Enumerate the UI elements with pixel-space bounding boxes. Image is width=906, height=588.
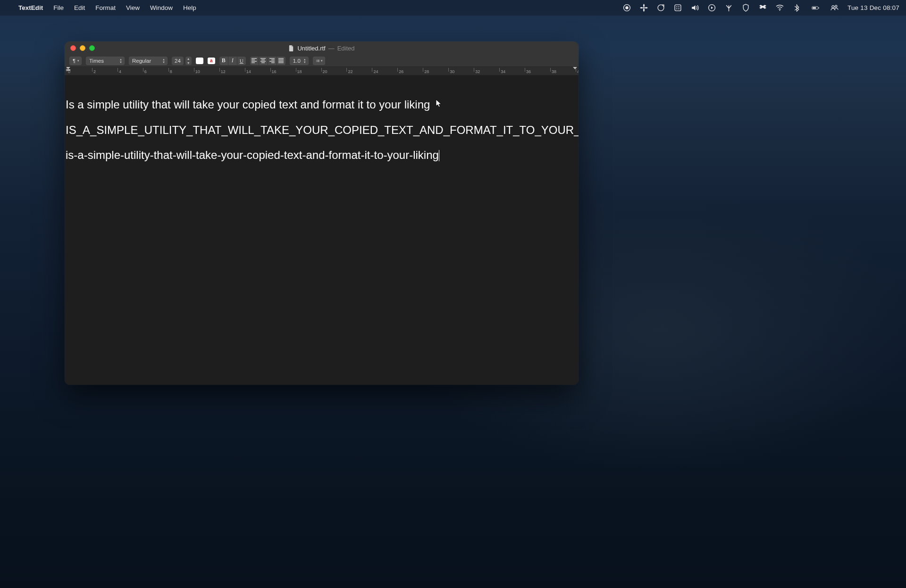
list-icon [316,58,319,63]
document-filename: Untitled.rtf [297,45,325,52]
stepper-chevrons-icon [303,58,306,64]
document-status: Edited [337,45,355,52]
svg-point-8 [679,8,680,9]
menu-format[interactable]: Format [90,4,121,11]
record-icon[interactable] [623,4,631,12]
svg-rect-4 [675,5,681,11]
align-left-button[interactable] [250,57,259,65]
wifi-icon[interactable] [776,4,784,12]
svg-point-16 [316,59,317,60]
italic-button[interactable]: I [228,57,237,65]
app-menu[interactable]: TextEdit [13,4,48,11]
svg-point-3 [658,5,664,11]
text-style-group: B I U [219,57,246,65]
svg-point-6 [679,6,680,7]
text-color-swatch[interactable] [196,58,203,64]
right-indent-marker[interactable] [573,67,577,72]
font-size-control: 24 ▲▼ [172,57,192,65]
system-menubar: TextEdit File Edit Format View Window He… [0,0,906,16]
volume-icon[interactable] [691,4,699,12]
highlight-color-swatch[interactable] [208,58,215,64]
user-switch-icon[interactable] [830,4,839,12]
font-family-select[interactable]: Times [86,57,125,65]
window-traffic-lights [70,45,95,51]
document-area[interactable]: Is a simple utility that will take your … [65,75,579,385]
stepper-chevrons-icon [162,58,165,64]
textedit-window: Untitled.rtf — Edited ¶ ▾ Times Regular … [65,41,579,385]
document-line[interactable]: Is a simple utility that will take your … [66,98,578,111]
shield-icon[interactable] [742,4,750,12]
svg-point-17 [316,60,317,61]
font-family-value: Times [89,58,104,64]
font-weight-select[interactable]: Regular [129,57,168,65]
grid-icon[interactable] [674,4,682,12]
fan-icon[interactable] [640,4,648,12]
underline-button[interactable]: U [237,57,246,65]
menu-window[interactable]: Window [145,4,178,11]
chevron-down-icon: ▾ [321,59,323,63]
document-ruler[interactable]: 0246810121416182022242628303234363840 [65,67,579,75]
window-titlebar[interactable]: Untitled.rtf — Edited [65,41,579,55]
list-style-select[interactable]: ▾ [313,57,325,65]
title-separator: — [328,45,335,52]
svg-point-7 [677,8,678,9]
align-center-button[interactable] [259,57,268,65]
menubar-left: TextEdit File Edit Format View Window He… [7,4,201,11]
line-spacing-value: 1.0 [293,58,301,64]
svg-point-1 [626,6,629,9]
font-size-stepper[interactable]: ▲▼ [185,57,192,65]
menubar-datetime[interactable]: Tue 13 Dec 08:07 [847,4,899,11]
loop-icon[interactable] [657,4,665,12]
paragraph-symbol: ¶ [73,58,76,64]
step-down-icon: ▼ [185,61,192,65]
menubar-status-area: Tue 13 Dec 08:07 [623,4,899,12]
svg-point-14 [832,6,834,8]
bold-button[interactable]: B [219,57,228,65]
align-right-button[interactable] [268,57,277,65]
align-justify-button[interactable] [277,57,285,65]
document-content[interactable]: Is a simple utility that will take your … [65,75,579,162]
bluetooth-icon[interactable] [793,4,801,12]
font-size-field[interactable]: 24 [172,57,184,65]
svg-point-18 [316,61,317,62]
document-icon [288,45,294,51]
window-close-button[interactable] [70,45,76,51]
menu-view[interactable]: View [121,4,145,11]
format-toolbar: ¶ ▾ Times Regular 24 ▲▼ B I U 1.0 [65,55,579,67]
font-weight-value: Regular [132,58,151,64]
document-line[interactable]: is-a-simple-utility-that-will-take-your-… [66,149,578,162]
svg-rect-12 [813,7,816,8]
paragraph-style-select[interactable]: ¶ ▾ [69,57,82,65]
line-spacing-select[interactable]: 1.0 [290,57,309,65]
window-minimize-button[interactable] [80,45,85,51]
antenna-icon[interactable] [725,4,733,12]
dropbox-icon[interactable] [759,4,767,12]
chevron-down-icon: ▾ [77,59,79,63]
text-caret [439,150,439,161]
document-line[interactable]: IS_A_SIMPLE_UTILITY_THAT_WILL_TAKE_YOUR_… [66,124,578,137]
window-zoom-button[interactable] [89,45,95,51]
window-title: Untitled.rtf — Edited [288,45,354,52]
step-up-icon: ▲ [185,57,192,61]
svg-point-5 [677,6,678,7]
battery-icon[interactable] [810,4,822,12]
text-align-group [250,57,285,65]
svg-rect-13 [819,8,819,9]
menu-help[interactable]: Help [178,4,201,11]
svg-point-15 [835,5,837,7]
play-circle-icon[interactable] [708,4,716,12]
menu-edit[interactable]: Edit [69,4,90,11]
menu-file[interactable]: File [48,4,69,11]
stepper-chevrons-icon [119,58,122,64]
svg-point-10 [780,10,780,11]
